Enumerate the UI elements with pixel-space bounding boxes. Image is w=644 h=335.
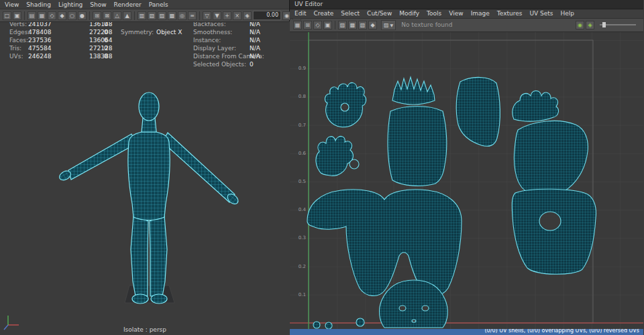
menu-renderer[interactable]: Renderer bbox=[114, 1, 142, 8]
uv-grid-lines bbox=[290, 32, 643, 329]
snap-curve-icon[interactable]: ◇ bbox=[48, 11, 56, 20]
checker-texture-icon: ▨ bbox=[384, 22, 389, 28]
menu-view[interactable]: View bbox=[5, 1, 19, 8]
menu-lighting[interactable]: Lighting bbox=[58, 1, 83, 8]
field-chart-icon[interactable]: ▩ bbox=[168, 11, 176, 20]
menu-show[interactable]: Show bbox=[90, 1, 106, 8]
film-gate-icon[interactable]: ▥ bbox=[138, 11, 146, 20]
uv-checker-icon[interactable]: ▧ bbox=[358, 21, 367, 29]
image-plane-icon[interactable]: △ bbox=[113, 11, 121, 20]
uv-editor-toolbar: ▦⊞◇▣▨▩▧◆ ▨ ▼ No texture found ◉◈ bbox=[290, 19, 643, 32]
menu-panels[interactable]: Panels bbox=[149, 1, 168, 8]
slider-knob[interactable] bbox=[602, 22, 606, 27]
camera-attributes-icon[interactable]: ⊞ bbox=[93, 11, 101, 20]
resolution-gate-icon[interactable]: ▧ bbox=[148, 11, 156, 20]
menu-uv-sets[interactable]: UV Sets bbox=[529, 10, 553, 17]
safe-title-icon[interactable]: ≡ bbox=[188, 11, 197, 20]
3d-viewport[interactable] bbox=[0, 21, 290, 335]
model-torso[interactable] bbox=[128, 132, 170, 220]
uv-toolbar-icons: ▦⊞◇▣▨▩▧◆ bbox=[293, 21, 377, 29]
uv-shell-face-eye-right[interactable] bbox=[422, 306, 429, 311]
uv-shell-wrist-ring[interactable] bbox=[350, 159, 359, 169]
menu-create[interactable]: Create bbox=[313, 10, 333, 17]
menu-cut-sew[interactable]: Cut/Sew bbox=[367, 10, 392, 17]
uv-shell-button-2[interactable] bbox=[325, 322, 332, 329]
uv-shell-torso-hole[interactable] bbox=[539, 212, 561, 230]
toolbar-separator bbox=[134, 11, 135, 20]
textured-mode-icon[interactable]: + bbox=[223, 11, 231, 20]
bake-editor-texture-icon[interactable]: ◉ bbox=[576, 21, 584, 29]
xray-mode-icon[interactable]: ◈ bbox=[243, 11, 252, 20]
menu-select[interactable]: Select bbox=[341, 10, 360, 17]
select-tool-icon[interactable]: □ bbox=[3, 11, 11, 20]
model-leg-right[interactable] bbox=[150, 216, 167, 296]
model-foot-left[interactable] bbox=[132, 294, 148, 304]
uv-editor-title: UV Editor bbox=[290, 0, 643, 9]
menu-view[interactable]: View bbox=[449, 10, 463, 17]
uv-distortion-icon[interactable]: ◆ bbox=[368, 21, 377, 29]
make-live-icon[interactable]: ● bbox=[78, 11, 87, 20]
uv-borders-icon[interactable]: ▩ bbox=[348, 21, 357, 29]
shaded-mode-icon[interactable]: ▼ bbox=[213, 11, 221, 20]
toolbar-separator bbox=[89, 11, 90, 20]
refresh-image-icon[interactable]: ◈ bbox=[586, 21, 594, 29]
two-d-pan-zoom-icon[interactable]: ▲ bbox=[123, 11, 131, 20]
uv-shell-hand-a-hole[interactable] bbox=[341, 103, 349, 111]
uv-shell-button-1[interactable] bbox=[313, 322, 320, 328]
model-leg-left[interactable] bbox=[131, 216, 148, 296]
uv-toolbar-icons-right: ◉◈ bbox=[576, 21, 594, 29]
menu-help[interactable]: Help bbox=[561, 10, 575, 17]
model-head[interactable] bbox=[139, 92, 159, 121]
uv-move-sew-icon[interactable]: ⊞ bbox=[303, 21, 312, 29]
toolbar-separator bbox=[335, 21, 335, 29]
uv-editor-menubar: Edit Create Select Cut/Sew Modify Tools … bbox=[290, 9, 643, 19]
toolbar-separator bbox=[24, 11, 25, 20]
chevron-down-icon: ▼ bbox=[390, 23, 394, 27]
no-texture-label: No texture found bbox=[401, 21, 452, 28]
view-axis-icon bbox=[3, 314, 21, 331]
texture-select-dropdown[interactable]: ▨ ▼ bbox=[381, 20, 396, 30]
menu-textures[interactable]: Textures bbox=[497, 10, 523, 17]
component-select-icon[interactable]: ▣ bbox=[13, 11, 21, 20]
uv-shell-arm-left[interactable] bbox=[388, 106, 447, 186]
viewport-menubar: View Shading Lighting Show Renderer Pane… bbox=[0, 0, 289, 9]
snap-point-icon[interactable]: ◆ bbox=[58, 11, 66, 20]
menu-edit[interactable]: Edit bbox=[294, 10, 306, 17]
viewport-toolbar: □▣▤▦◇◆○●⊞⊠△▲▥▧▨▩◎≡▽▼+×◈ 0.00 ◉✎ bbox=[0, 9, 289, 22]
lighting-mode-icon[interactable]: × bbox=[233, 11, 241, 20]
image-exposure-slider[interactable] bbox=[600, 24, 636, 25]
menu-tools[interactable]: Tools bbox=[427, 10, 441, 17]
uv-shell-face-eye-left[interactable] bbox=[399, 306, 406, 311]
bookmarks-icon[interactable]: ⊠ bbox=[103, 11, 111, 20]
uv-canvas[interactable]: 0.1 0.2 0.3 0.4 0.5 0.6 0.7 0.8 0.9 bbox=[290, 32, 643, 327]
menu-modify[interactable]: Modify bbox=[399, 10, 419, 17]
uv-shade-icon[interactable]: ▨ bbox=[338, 21, 347, 29]
uv-shell-torso[interactable] bbox=[512, 189, 596, 274]
uv-shell-face-mouth[interactable] bbox=[412, 320, 416, 322]
uv-shell-button-3[interactable] bbox=[356, 318, 364, 326]
toolbar-separator bbox=[199, 11, 200, 20]
wireframe-mode-icon[interactable]: ▽ bbox=[203, 11, 211, 20]
uv-editor-panel[interactable]: UV Editor Edit Create Select Cut/Sew Mod… bbox=[290, 0, 643, 335]
model-foot-right[interactable] bbox=[151, 294, 167, 304]
menu-image[interactable]: Image bbox=[471, 10, 490, 17]
viewport-toolbar-icons: □▣▤▦◇◆○●⊞⊠△▲▥▧▨▩◎≡▽▼+×◈ bbox=[3, 11, 252, 20]
uv-lattice-tool-icon[interactable]: ▦ bbox=[293, 21, 302, 29]
safe-action-icon[interactable]: ◎ bbox=[178, 11, 186, 20]
uv-layout-icon[interactable]: ▣ bbox=[323, 21, 332, 29]
channel-entry-field[interactable]: 0.00 bbox=[253, 11, 281, 20]
viewport-panel[interactable]: View Shading Lighting Show Renderer Pane… bbox=[0, 0, 290, 335]
gate-mask-icon[interactable]: ▨ bbox=[158, 11, 166, 20]
menu-shading[interactable]: Shading bbox=[26, 1, 51, 8]
snap-view-icon[interactable]: ○ bbox=[68, 11, 76, 20]
uv-optimize-icon[interactable]: ◇ bbox=[313, 21, 322, 29]
grid-display-icon[interactable]: ▤ bbox=[28, 11, 36, 20]
snap-grid-icon[interactable]: ▦ bbox=[38, 11, 46, 20]
